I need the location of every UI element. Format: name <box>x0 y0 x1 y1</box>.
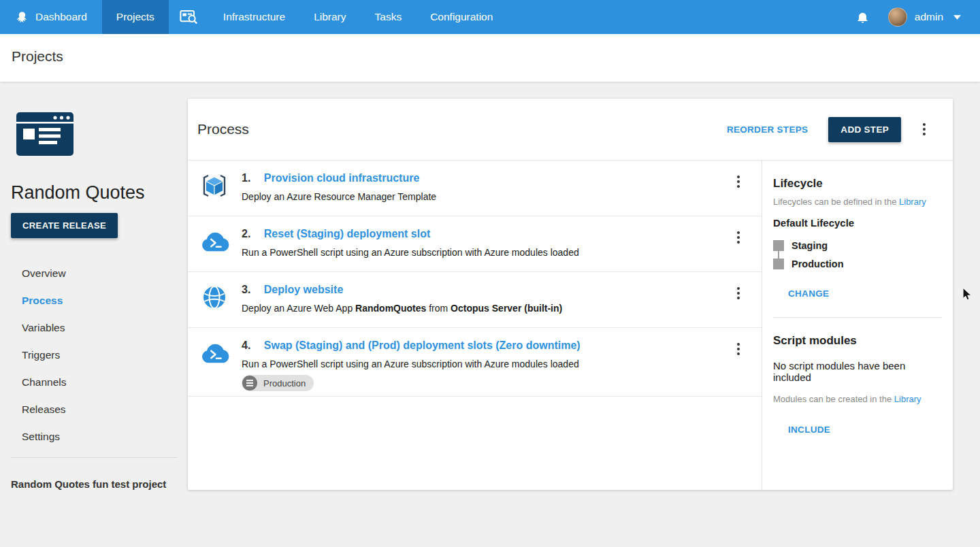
menu-label: Overview <box>22 267 66 280</box>
step-title-link[interactable]: Deploy website <box>264 284 343 295</box>
project-name: Random Quotes <box>11 182 145 203</box>
menu-label: Variables <box>22 322 65 334</box>
step-row-3: 3. Deploy website Deploy an Azure Web Ap… <box>188 272 762 328</box>
nav-item-projects[interactable]: Projects <box>102 0 169 34</box>
user-name: admin <box>915 11 943 23</box>
project-switcher-button[interactable] <box>169 0 209 34</box>
library-link[interactable]: Library <box>899 197 926 207</box>
nav-item-label: Tasks <box>375 11 402 23</box>
user-avatar <box>888 7 907 27</box>
sidebar-item-process[interactable]: Process <box>0 287 188 314</box>
step-overflow-menu-button[interactable] <box>732 340 745 358</box>
change-lifecycle-button[interactable]: CHANGE <box>784 288 833 299</box>
nav-item-dashboard[interactable]: Dashboard <box>0 0 102 34</box>
desc-text: from <box>426 303 451 314</box>
panel-divider <box>773 317 942 318</box>
phase-connector-line <box>778 250 779 259</box>
kebab-menu-icon <box>923 123 926 135</box>
step-title-line: 2. Reset (Staging) deployment slot <box>242 227 721 240</box>
nav-item-tasks[interactable]: Tasks <box>361 0 416 34</box>
chevron-down-icon <box>953 15 961 20</box>
step-overflow-menu-button[interactable] <box>732 284 745 302</box>
sidebar-item-overview[interactable]: Overview <box>0 260 188 287</box>
desc-text: Deploy an Azure Web App <box>242 303 355 314</box>
default-lifecycle-name: Default Lifecycle <box>773 217 942 229</box>
phase-label: Staging <box>791 240 828 251</box>
step-title-link[interactable]: Reset (Staging) deployment slot <box>264 228 430 239</box>
kebab-menu-icon <box>737 287 740 299</box>
project-search-icon <box>180 10 198 24</box>
kebab-menu-icon <box>737 231 740 244</box>
mouse-cursor <box>962 287 971 304</box>
nav-item-label: Library <box>314 11 346 23</box>
step-description: Deploy an Azure Web App RandomQuotes fro… <box>242 303 721 314</box>
step-number: 4. <box>242 339 250 351</box>
hint-text: Lifecycles can be defined in the <box>773 197 899 207</box>
menu-label: Triggers <box>22 349 60 361</box>
page-title-bar: Projects <box>0 34 980 82</box>
script-modules-empty-text: No script modules have been included <box>773 360 942 383</box>
sidebar-item-releases[interactable]: Releases <box>0 396 188 423</box>
sidebar-item-variables[interactable]: Variables <box>0 314 188 342</box>
octopus-logo-icon <box>15 10 29 24</box>
project-menu: Overview Process Variables Triggers Chan… <box>0 260 188 450</box>
bell-icon <box>856 11 869 24</box>
phase-row-staging: Staging <box>773 239 942 251</box>
azure-powershell-cloud-icon <box>201 344 228 364</box>
phase-square-icon <box>773 259 784 269</box>
project-sidebar: Random Quotes CREATE RELEASE Overview Pr… <box>0 82 188 547</box>
step-title-link[interactable]: Provision cloud infrastructure <box>264 172 419 184</box>
process-overflow-menu-button[interactable] <box>917 120 931 138</box>
nav-item-infrastructure[interactable]: Infrastructure <box>209 0 299 34</box>
nav-right-group: admin <box>856 0 980 34</box>
kebab-menu-icon <box>737 176 740 188</box>
process-card-header: Process REORDER STEPS ADD STEP <box>188 99 953 161</box>
step-description: Run a PowerShell script using an Azure s… <box>242 247 721 258</box>
sidebar-item-triggers[interactable]: Triggers <box>0 342 188 369</box>
environment-chip-label: Production <box>263 378 306 388</box>
azure-web-app-globe-icon <box>201 284 228 311</box>
page-title: Projects <box>12 48 63 65</box>
menu-label: Settings <box>22 431 60 443</box>
create-release-button[interactable]: CREATE RELEASE <box>11 213 118 238</box>
phase-square-icon <box>773 240 784 251</box>
step-row-2: 2. Reset (Staging) deployment slot Run a… <box>188 216 762 272</box>
step-row-1: 1. Provision cloud infrastructure Deploy… <box>188 161 762 216</box>
nav-item-label: Projects <box>116 11 154 23</box>
sidebar-item-settings[interactable]: Settings <box>0 423 188 450</box>
reorder-steps-button[interactable]: REORDER STEPS <box>723 124 812 135</box>
user-menu[interactable]: admin <box>888 7 961 27</box>
add-step-button[interactable]: ADD STEP <box>828 117 901 142</box>
nav-item-label: Configuration <box>430 11 493 23</box>
step-row-4: 4. Swap (Staging) and (Prod) deployment … <box>188 328 762 397</box>
lifecycle-actions: CHANGE <box>773 287 942 299</box>
process-card: Process REORDER STEPS ADD STEP <box>188 99 953 490</box>
nav-item-configuration[interactable]: Configuration <box>416 0 507 34</box>
phase-row-production: Production <box>773 258 942 269</box>
nav-item-library[interactable]: Library <box>299 0 360 34</box>
include-script-module-button[interactable]: INCLUDE <box>784 424 834 435</box>
notifications-button[interactable] <box>856 11 869 24</box>
phase-label: Production <box>791 259 844 269</box>
step-overflow-menu-button[interactable] <box>732 229 745 246</box>
environment-chip[interactable]: Production <box>242 375 314 391</box>
step-overflow-menu-button[interactable] <box>732 173 745 190</box>
project-description: Random Quotes fun test project <box>11 478 166 490</box>
step-description: Deploy an Azure Resource Manager Templat… <box>242 191 721 202</box>
menu-label: Releases <box>22 403 66 416</box>
step-title-line: 3. Deploy website <box>242 283 721 296</box>
process-header-actions: REORDER STEPS ADD STEP <box>723 117 953 142</box>
process-side-panel: Lifecycle Lifecycles can be defined in t… <box>762 161 953 490</box>
menu-label: Channels <box>22 376 67 388</box>
step-title-link[interactable]: Swap (Staging) and (Prod) deployment slo… <box>264 339 581 351</box>
project-logo-icon <box>16 112 74 156</box>
hint-text: Modules can be created in the <box>773 394 894 404</box>
azure-arm-cube-icon <box>201 172 228 199</box>
library-link[interactable]: Library <box>894 394 921 404</box>
step-number: 1. <box>242 172 250 184</box>
azure-powershell-cloud-icon <box>201 232 228 252</box>
sidebar-divider <box>11 457 177 458</box>
sidebar-item-channels[interactable]: Channels <box>0 369 188 396</box>
script-modules-hint: Modules can be created in the Library <box>773 394 942 404</box>
kebab-menu-icon <box>737 343 740 355</box>
